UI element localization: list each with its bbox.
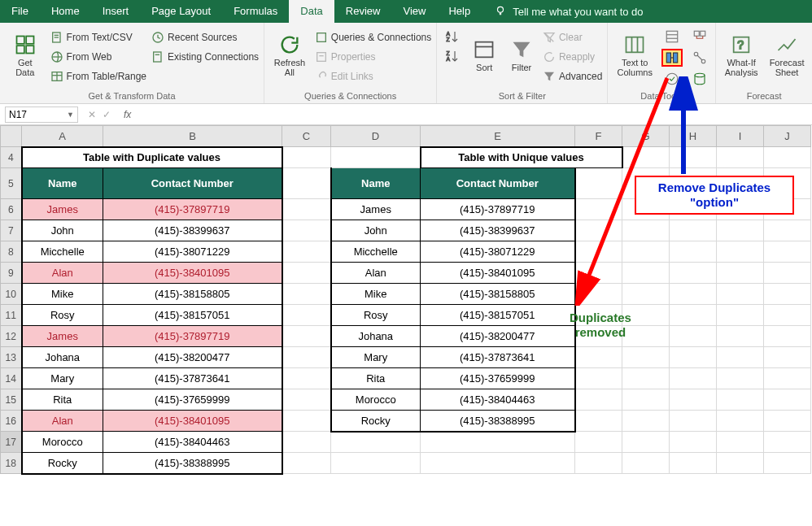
cell-I11[interactable] [717, 305, 764, 326]
cell-J9[interactable] [764, 263, 811, 284]
cell-E13[interactable]: (415)-37873641 [421, 347, 575, 368]
cell-G4[interactable] [622, 147, 670, 168]
cell-A16[interactable]: Alan [22, 411, 103, 432]
cell-A12[interactable]: James [22, 326, 103, 347]
cell-A5[interactable]: Name [22, 168, 103, 199]
cell-H4[interactable] [670, 147, 717, 168]
cell-E15[interactable]: (415)-38404463 [421, 389, 575, 411]
cell-D9[interactable]: Alan [331, 263, 421, 284]
remove-duplicates-button[interactable] [661, 49, 683, 67]
cell-B8[interactable]: (415)-38071229 [103, 241, 282, 263]
cell-A14[interactable]: Mary [22, 368, 103, 389]
cell-E7[interactable]: (415)-38399637 [421, 220, 575, 241]
cell-H16[interactable] [670, 411, 717, 432]
flash-fill-button[interactable] [661, 28, 683, 46]
cell-I10[interactable] [717, 284, 764, 305]
cell-A7[interactable]: John [22, 220, 103, 241]
cell-F8[interactable] [575, 241, 622, 263]
sort-az-button[interactable]: AZ [442, 28, 463, 46]
cell-H9[interactable] [670, 263, 717, 284]
cell-H7[interactable] [670, 220, 717, 241]
get-data-button[interactable]: GetData [5, 26, 46, 85]
tab-view[interactable]: View [391, 0, 437, 23]
row-header-7[interactable]: 7 [1, 220, 22, 241]
tab-help[interactable]: Help [437, 0, 482, 23]
cell-F14[interactable] [575, 368, 622, 389]
row-header-11[interactable]: 11 [1, 305, 22, 326]
cell-C15[interactable] [282, 389, 331, 411]
column-header-J[interactable]: J [764, 126, 811, 147]
cell-E4[interactable]: Table with Unique values [421, 147, 622, 168]
relationships-button[interactable] [689, 49, 710, 67]
cell-E10[interactable]: (415)-38158805 [421, 284, 575, 305]
cell-A9[interactable]: Alan [22, 263, 103, 284]
fx-icon[interactable]: fx [119, 109, 136, 120]
cell-F17[interactable] [575, 432, 622, 453]
cell-C13[interactable] [282, 347, 331, 368]
cell-B15[interactable]: (415)-37659999 [103, 389, 282, 411]
cell-A13[interactable]: Johana [22, 347, 103, 368]
edit-links-button[interactable]: Edit Links [315, 68, 431, 85]
data-validation-button[interactable] [661, 70, 683, 88]
tell-me-input[interactable]: Tell me what you want to do [513, 6, 643, 18]
cell-C8[interactable] [282, 241, 331, 263]
cell-F9[interactable] [575, 263, 622, 284]
column-header-G[interactable]: G [622, 126, 670, 147]
cell-D6[interactable]: James [331, 199, 421, 220]
cell-D10[interactable]: Mike [331, 284, 421, 305]
tab-file[interactable]: File [0, 0, 40, 23]
column-header-H[interactable]: H [670, 126, 717, 147]
from-table-range-button[interactable]: From Table/Range [50, 68, 147, 85]
cell-J10[interactable] [764, 284, 811, 305]
cell-B10[interactable]: (415)-38158805 [103, 284, 282, 305]
cell-E18[interactable] [421, 453, 575, 474]
cell-B12[interactable]: (415)-37897719 [103, 326, 282, 347]
cell-E9[interactable]: (415)-38401095 [421, 263, 575, 284]
row-header-15[interactable]: 15 [1, 389, 22, 411]
cell-B16[interactable]: (415)-38401095 [103, 411, 282, 432]
cell-I12[interactable] [717, 326, 764, 347]
cell-D15[interactable]: Morocco [331, 389, 421, 411]
cell-B17[interactable]: (415)-38404463 [103, 432, 282, 453]
sort-za-button[interactable]: ZA [442, 47, 463, 65]
row-header-10[interactable]: 10 [1, 284, 22, 305]
enter-formula-icon[interactable]: ✓ [103, 109, 111, 120]
cell-E6[interactable]: (415)-37897719 [421, 199, 575, 220]
cell-B9[interactable]: (415)-38401095 [103, 263, 282, 284]
cell-D18[interactable] [331, 453, 421, 474]
formula-input[interactable] [136, 107, 812, 123]
cell-C10[interactable] [282, 284, 331, 305]
cell-D12[interactable]: Johana [331, 326, 421, 347]
select-all-corner[interactable] [1, 126, 22, 147]
consolidate-button[interactable] [689, 28, 710, 46]
cell-H15[interactable] [670, 389, 717, 411]
advanced-filter-button[interactable]: Advanced [543, 68, 602, 85]
cell-I16[interactable] [717, 411, 764, 432]
sort-button[interactable]: Sort [468, 26, 500, 85]
filter-button[interactable]: Filter [505, 26, 538, 85]
properties-button[interactable]: Properties [315, 49, 431, 65]
row-header-4[interactable]: 4 [1, 147, 22, 168]
row-header-9[interactable]: 9 [1, 263, 22, 284]
cell-A17[interactable]: Morocco [22, 432, 103, 453]
tab-home[interactable]: Home [40, 0, 91, 23]
cell-G17[interactable] [622, 432, 670, 453]
column-header-E[interactable]: E [421, 126, 575, 147]
cell-I15[interactable] [717, 389, 764, 411]
cell-D5[interactable]: Name [331, 168, 421, 199]
cell-G9[interactable] [622, 263, 670, 284]
cell-F6[interactable] [575, 199, 622, 220]
cell-C7[interactable] [282, 220, 331, 241]
cell-H13[interactable] [670, 347, 717, 368]
cell-B18[interactable]: (415)-38388995 [103, 453, 282, 474]
cell-J4[interactable] [764, 147, 811, 168]
text-to-columns-button[interactable]: Text toColumns [613, 26, 657, 85]
cell-E11[interactable]: (415)-38157051 [421, 305, 575, 326]
cell-J8[interactable] [764, 241, 811, 263]
row-header-18[interactable]: 18 [1, 453, 22, 474]
cell-F16[interactable] [575, 411, 622, 432]
cell-F7[interactable] [575, 220, 622, 241]
cell-G14[interactable] [622, 368, 670, 389]
cell-E5[interactable]: Contact Number [421, 168, 575, 199]
cell-G7[interactable] [622, 220, 670, 241]
